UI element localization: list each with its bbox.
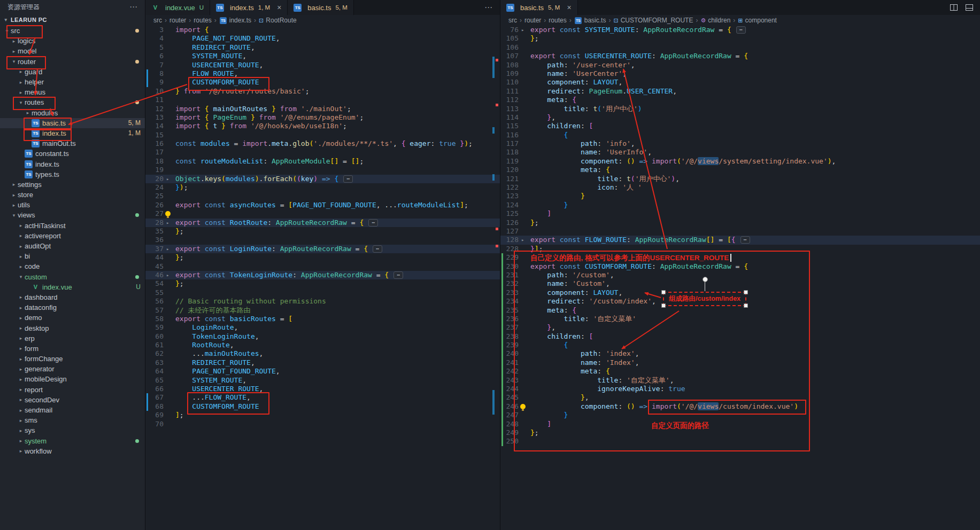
code-line-117[interactable]: 117 path: 'info', [500, 139, 980, 148]
tree-item-dataconfig[interactable]: ▸dataconfig [0, 302, 145, 313]
tree-item-secondDev[interactable]: ▸secondDev [0, 395, 145, 405]
tree-item-types.ts[interactable]: TStypes.ts [0, 169, 145, 180]
code-line-238[interactable]: 238 children: [ [500, 332, 980, 341]
code-line-121[interactable]: 121 title: t('用户中心'), [500, 175, 980, 183]
code-line-233[interactable]: 233 component: LAYOUT, [500, 289, 980, 297]
code-line-108[interactable]: 108 path: '/user-center', [500, 61, 980, 69]
code-line-249[interactable]: 249}; [500, 428, 980, 437]
code-line-28[interactable]: 28▸export const RootRoute: AppRouteRecor… [145, 219, 500, 227]
code-line-7[interactable]: 7 USERCENTER_ROUTE, [145, 61, 500, 69]
code-line-245[interactable]: 245 }, [500, 393, 980, 402]
code-line-62[interactable]: 62 ...mainOutRoutes, [145, 349, 500, 358]
code-line-4[interactable]: 4 PAGE_NOT_FOUND_ROUTE, [145, 34, 500, 43]
split-editor-icon[interactable] [950, 3, 958, 12]
code-line-68[interactable]: 68 CUSTOMFORM_ROUTE [145, 402, 500, 411]
code-line-243[interactable]: 243 title: '自定义菜单', [500, 376, 980, 385]
breadcrumb-item-RootRoute[interactable]: ⊡RootRoute [259, 17, 297, 24]
code-line-54[interactable]: 54}; [145, 279, 500, 288]
tree-item-workflow[interactable]: ▸workflow [0, 446, 145, 456]
code-line-106[interactable]: 106 [500, 43, 980, 52]
code-line-16[interactable]: 16const modules = import.meta.glob('./mo… [145, 139, 500, 148]
code-line-232[interactable]: 232 name: 'Custom', [500, 279, 980, 288]
folded-code-badge[interactable]: ⋯ [368, 219, 378, 227]
code-line-109[interactable]: 109 name: 'UserCenter', [500, 69, 980, 78]
breadcrumb-item-CUSTOMFORM_ROUTE[interactable]: ⊡CUSTOMFORM_ROUTE [613, 17, 693, 24]
tab-basic.ts[interactable]: TSbasic.ts5, M× [500, 0, 578, 15]
explorer-more-icon[interactable]: ⋯ [129, 2, 137, 12]
close-icon[interactable]: × [567, 4, 571, 11]
code-line-240[interactable]: 240 path: 'index', [500, 349, 980, 358]
tree-item-activereport[interactable]: ▸activereport [0, 231, 145, 241]
code-line-19[interactable]: 19 [145, 166, 500, 174]
code-line-27[interactable]: 27 [145, 209, 500, 218]
code-line-236[interactable]: 236 title: '自定义菜单' [500, 315, 980, 323]
tree-item-helper[interactable]: ▸helper [0, 77, 145, 87]
code-line-239[interactable]: 239 { [500, 341, 980, 349]
breadcrumb-item-basic.ts[interactable]: TSbasic.ts [574, 17, 606, 25]
breadcrumb-item-router[interactable]: router [524, 17, 541, 24]
code-line-114[interactable]: 114 }, [500, 113, 980, 122]
code-line-228[interactable]: 228}]; [500, 245, 980, 253]
lightbulb-icon[interactable] [165, 211, 171, 216]
tree-item-src[interactable]: ▾src [0, 26, 145, 36]
folded-code-badge[interactable]: ⋯ [736, 26, 746, 34]
code-line-3[interactable]: 3import { [145, 26, 500, 34]
code-line-128[interactable]: 128▸export const FLOW_ROUTE: AppRouteRec… [500, 236, 980, 244]
code-line-67[interactable]: 67 ...FLOW_ROUTE, [145, 393, 500, 402]
tree-item-constant.ts[interactable]: TSconstant.ts [0, 149, 145, 159]
tree-item-mobileDesign[interactable]: ▸mobileDesign [0, 374, 145, 384]
fold-chevron-icon[interactable]: ▸ [166, 175, 169, 183]
tree-item-form[interactable]: ▸form [0, 344, 145, 354]
code-line-111[interactable]: 111 redirect: PageEnum.USER_CENTER, [500, 87, 980, 96]
code-line-116[interactable]: 116 { [500, 131, 980, 139]
tree-item-modules[interactable]: ▸modules [0, 108, 145, 118]
tree-item-actHiTaskinst[interactable]: ▸actHiTaskinst [0, 221, 145, 231]
code-line-26[interactable]: 26export const asyncRoutes = [PAGE_NOT_F… [145, 201, 500, 209]
breadcrumb-item-routes[interactable]: routes [549, 17, 566, 24]
fold-chevron-icon[interactable]: ▸ [521, 26, 524, 34]
tree-item-desktop[interactable]: ▸desktop [0, 323, 145, 333]
tree-item-sms[interactable]: ▸sms [0, 415, 145, 425]
tree-item-code[interactable]: ▸code [0, 261, 145, 271]
tree-item-views[interactable]: ▾views [0, 210, 145, 220]
code-line-107[interactable]: 107export const USERCENTER_ROUTE: AppRou… [500, 52, 980, 60]
fold-chevron-icon[interactable]: ▸ [521, 236, 524, 244]
breadcrumb-item-src[interactable]: src [508, 17, 517, 24]
tree-item-routes[interactable]: ▾routes [0, 97, 145, 107]
tree-item-index.vue[interactable]: Vindex.vueU [0, 282, 145, 292]
tree-item-erp[interactable]: ▸erp [0, 333, 145, 344]
tree-item-sys[interactable]: ▸sys [0, 425, 145, 435]
code-line-15[interactable]: 15 [145, 131, 500, 139]
tree-item-report[interactable]: ▸report [0, 385, 145, 395]
tree-item-index.ts[interactable]: TSindex.ts [0, 159, 145, 169]
folded-code-badge[interactable]: ⋯ [343, 175, 353, 183]
code-editor-index-ts[interactable]: 3import {4 PAGE_NOT_FOUND_ROUTE,5 REDIRE… [145, 26, 500, 530]
code-line-110[interactable]: 110 component: LAYOUT, [500, 78, 980, 87]
code-line-246[interactable]: 246 component: () => import('/@/views/cu… [500, 402, 980, 411]
tree-item-mainOut.ts[interactable]: TSmainOut.ts [0, 138, 145, 149]
tree-item-router[interactable]: ▾router [0, 57, 145, 67]
code-line-24[interactable]: 24}); [145, 183, 500, 192]
code-line-37[interactable]: 37▸export const LoginRoute: AppRouteReco… [145, 245, 500, 253]
breadcrumb-item-children[interactable]: ⚙children [700, 17, 730, 24]
code-line-18[interactable]: 18const routeModuleList: AppRouteModule[… [145, 157, 500, 166]
close-icon[interactable]: × [277, 4, 281, 11]
tab-basic.ts[interactable]: TSbasic.ts5, M [288, 0, 353, 15]
code-line-230[interactable]: 230export const CUSTOMFORM_ROUTE: AppRou… [500, 262, 980, 271]
code-line-36[interactable]: 36 [145, 236, 500, 244]
code-line-12[interactable]: 12import { mainOutRoutes } from './mainO… [145, 105, 500, 113]
code-line-244[interactable]: 244 ignoreKeepAlive: true [500, 385, 980, 393]
breadcrumb-item-src[interactable]: src [153, 17, 162, 24]
fold-chevron-icon[interactable]: ▸ [166, 219, 169, 227]
code-line-76[interactable]: 76▸export const SYSTEM_ROUTE: AppRouteRe… [500, 26, 980, 34]
code-line-20[interactable]: 20▸Object.keys(modules).forEach((key) =>… [145, 175, 500, 183]
code-line-234[interactable]: 234 redirect: '/custom/index', [500, 297, 980, 306]
code-line-125[interactable]: 125 ] [500, 209, 980, 218]
code-line-118[interactable]: 118 name: 'UserInfo', [500, 148, 980, 157]
tree-item-demo[interactable]: ▸demo [0, 313, 145, 323]
code-line-229[interactable]: 229 [500, 253, 980, 262]
tree-item-store[interactable]: ▸store [0, 190, 145, 200]
code-line-9[interactable]: 9 CUSTOMFORM_ROUTE [145, 78, 500, 87]
folded-code-badge[interactable]: ⋯ [393, 271, 403, 279]
fold-chevron-icon[interactable]: ▸ [166, 271, 169, 279]
